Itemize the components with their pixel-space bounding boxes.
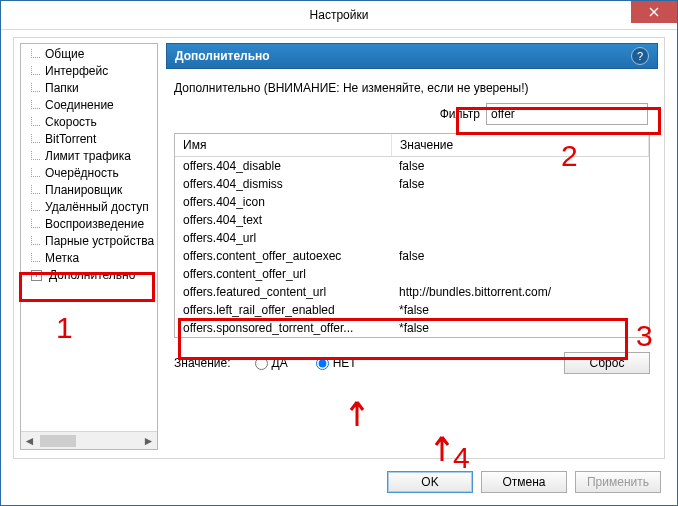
tree-item-label[interactable]: Метка xyxy=(27,250,157,267)
window-title: Настройки xyxy=(310,8,369,22)
pane-title: Дополнительно xyxy=(175,49,270,63)
scroll-left-icon[interactable]: ◄ xyxy=(21,433,38,449)
category-tree[interactable]: Общие Интерфейс Папки Соединение Скорост… xyxy=(20,43,158,450)
dialog-buttons: OK Отмена Применить xyxy=(387,471,661,493)
close-button[interactable] xyxy=(631,1,677,23)
value-label: Значение: xyxy=(174,356,231,370)
warning-text: Дополнительно (ВНИМАНИЕ: Не изменяйте, е… xyxy=(174,81,658,95)
tree-item-bittorrent[interactable]: BitTorrent xyxy=(27,131,157,148)
tree-item-advanced[interactable]: + Дополнительно xyxy=(27,267,157,284)
scroll-right-icon[interactable]: ► xyxy=(140,433,157,449)
radio-yes-input[interactable] xyxy=(255,357,268,370)
radio-yes[interactable]: ДА xyxy=(255,356,288,370)
tree-item-connection[interactable]: Соединение xyxy=(27,97,157,114)
settings-table: Имя Значение offers.404_disablefalse off… xyxy=(174,133,650,338)
radio-no-input[interactable] xyxy=(316,357,329,370)
table-row[interactable]: offers.content_offer_url xyxy=(175,265,649,283)
value-editor: Значение: ДА НЕТ Сброс xyxy=(174,352,650,374)
tree-item-general[interactable]: Общие xyxy=(27,46,157,63)
apply-button[interactable]: Применить xyxy=(575,471,661,493)
horizontal-scrollbar[interactable]: ◄ ► xyxy=(21,431,157,449)
cancel-button[interactable]: Отмена xyxy=(481,471,567,493)
tree-item-paired[interactable]: Парные устройства xyxy=(27,233,157,250)
scroll-thumb[interactable] xyxy=(40,435,76,447)
tree-item-scheduler[interactable]: Планировщик xyxy=(27,182,157,199)
table-row[interactable]: offers.404_url xyxy=(175,229,649,247)
dialog-frame: Общие Интерфейс Папки Соединение Скорост… xyxy=(13,37,665,459)
table-row[interactable]: offers.404_text xyxy=(175,211,649,229)
tree-item-speed[interactable]: Скорость xyxy=(27,114,157,131)
titlebar: Настройки xyxy=(1,1,677,30)
content-area: Общие Интерфейс Папки Соединение Скорост… xyxy=(1,29,677,505)
ok-button[interactable]: OK xyxy=(387,471,473,493)
tree-item-queue[interactable]: Очерёдность xyxy=(27,165,157,182)
close-icon xyxy=(649,7,659,17)
tree-item-traffic-limit[interactable]: Лимит трафика xyxy=(27,148,157,165)
table-row[interactable]: offers.404_disablefalse xyxy=(175,157,649,175)
expand-icon[interactable]: + xyxy=(31,270,42,281)
tree-item-remote[interactable]: Удалённый доступ xyxy=(27,199,157,216)
radio-no[interactable]: НЕТ xyxy=(316,356,357,370)
table-row[interactable]: offers.featured_content_urlhttp://bundle… xyxy=(175,283,649,301)
table-body: offers.404_disablefalse offers.404_dismi… xyxy=(175,157,649,337)
tree-item-playback[interactable]: Воспроизведение xyxy=(27,216,157,233)
table-row[interactable]: offers.sponsored_torrent_offer...*false xyxy=(175,319,649,337)
filter-label: Фильтр xyxy=(440,107,480,121)
filter-row: Фильтр xyxy=(166,103,648,125)
pane-header: Дополнительно ? xyxy=(166,43,658,69)
table-header: Имя Значение xyxy=(175,134,649,157)
advanced-pane: Дополнительно ? Дополнительно (ВНИМАНИЕ:… xyxy=(166,43,658,450)
col-name[interactable]: Имя xyxy=(175,134,392,156)
table-row[interactable]: offers.left_rail_offer_enabled*false xyxy=(175,301,649,319)
settings-window: Настройки Общие Интерфейс Папки Соединен… xyxy=(0,0,678,506)
table-row[interactable]: offers.404_dismissfalse xyxy=(175,175,649,193)
tree-item-folders[interactable]: Папки xyxy=(27,80,157,97)
table-row[interactable]: offers.404_icon xyxy=(175,193,649,211)
col-value[interactable]: Значение xyxy=(392,134,649,156)
tree-item-interface[interactable]: Интерфейс xyxy=(27,63,157,80)
help-icon[interactable]: ? xyxy=(631,47,649,65)
filter-input[interactable] xyxy=(486,103,648,125)
table-row[interactable]: offers.content_offer_autoexecfalse xyxy=(175,247,649,265)
reset-button[interactable]: Сброс xyxy=(564,352,650,374)
